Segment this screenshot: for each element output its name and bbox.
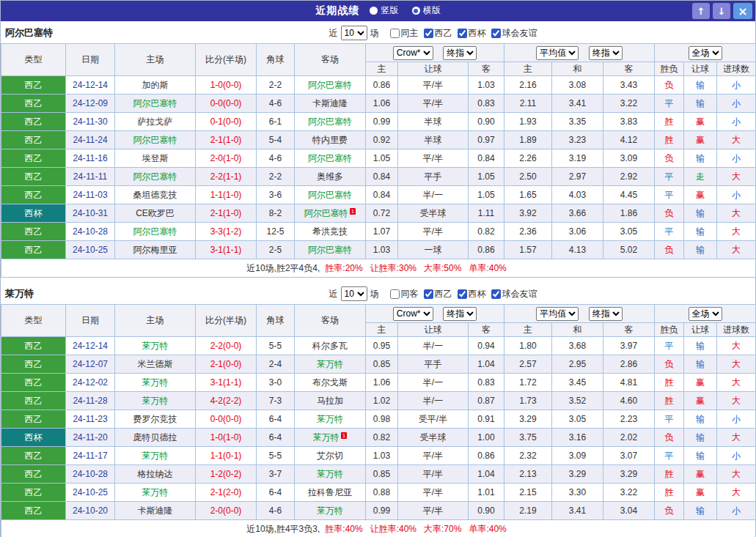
checkbox-input[interactable] [390,29,400,38]
odds-stage-select[interactable]: 终指 [443,307,477,321]
avg-stage-select[interactable]: 终指 [589,46,623,60]
corners-cell: 7-3 [257,392,295,410]
section-header: 莱万特 近 10 场 同客西乙西杯球会友谊 [1,284,755,304]
winloss-result-cell: 胜 [655,484,684,502]
col-type: 类型 [1,305,66,337]
winloss-result-cell: 平 [655,223,684,241]
checkbox-input[interactable] [458,29,467,38]
odds-stage-select[interactable]: 终指 [443,46,477,60]
filter-checkbox[interactable]: 球会友谊 [486,27,537,40]
avg-draw-cell: 3.41 [552,502,603,520]
checkbox-label: 球会友谊 [502,27,537,40]
date-cell: 24-10-31 [66,204,115,223]
summary-rate: 让胜率:30% [370,263,416,273]
team-name-text: 加的斯 [142,80,169,90]
col-corner: 角球 [257,44,295,76]
avg-draw-cell: 3.29 [552,465,603,484]
avg-away-cell: 3.07 [603,447,655,465]
filter-checkbox[interactable]: 西乙 [419,288,452,300]
away-odds-cell: 1.00 [469,429,504,447]
fulltime-select[interactable]: 全场 [689,307,722,321]
match-row: 西乙24-11-28莱万特4-2(2-2)7-3马拉加1.02半/一0.871.… [1,392,756,410]
match-rows: 西乙24-12-14莱万特2-2(0-0)5-5科尔多瓦0.95半/一0.941… [1,337,756,520]
winloss-result-cell: 平 [655,447,684,465]
handicap-cell: 平/半 [398,223,469,241]
handicap-cell: 平手 [398,355,469,374]
filter-checkbox[interactable]: 同主 [385,27,419,40]
filter-checkbox[interactable]: 西杯 [452,27,486,40]
away-odds-cell: 0.90 [469,502,504,520]
home-team-cell: 桑坦德竞技 [115,186,196,204]
checkbox-input[interactable] [424,289,433,299]
move-down-button[interactable]: ↓ [713,3,730,19]
avg-draw-cell: 3.66 [552,204,603,223]
summary-rate: 大率:70% [424,524,461,534]
close-button[interactable]: × [733,3,752,19]
goals-result-cell: 小 [717,447,756,465]
away-odds-cell: 1.05 [469,186,504,204]
move-up-button[interactable]: ↑ [692,3,710,19]
match-row: 西乙24-10-28阿尔巴塞特3-3(1-2)12-5希洪竞技1.07平/半0.… [1,223,756,241]
away-odds-cell: 0.83 [469,374,504,392]
avg-draw-cell: 4.13 [552,241,603,259]
radio-vertical-layout[interactable]: 竖版 [370,4,398,17]
match-count-select[interactable]: 10 [341,26,367,40]
average-select[interactable]: 平均值 [536,46,579,60]
away-odds-cell: 1.03 [469,76,504,95]
bookmaker-select[interactable]: Crow* [393,307,433,321]
goals-result-cell: 大 [717,355,756,374]
home-odds-cell: 0.98 [366,410,398,429]
away-odds-cell: 1.05 [469,168,504,186]
checkbox-input[interactable] [491,289,501,299]
avg-stage-select[interactable]: 终指 [589,307,623,321]
filter-checkbox[interactable]: 西杯 [452,288,486,300]
fulltime-select-cell: 全场 [655,44,756,62]
home-odds-cell: 0.85 [366,465,398,484]
filter-checkbox[interactable]: 同客 [385,288,419,300]
bookmaker-select[interactable]: Crow* [393,46,433,60]
checkbox-input[interactable] [390,289,400,299]
checkbox-input[interactable] [458,289,467,299]
checkbox-input[interactable] [491,29,501,38]
winloss-result-cell: 负 [655,149,684,168]
team-name-text: 萨拉戈萨 [138,116,173,127]
average-select[interactable]: 平均值 [536,307,579,321]
winloss-result-cell: 胜 [655,465,684,484]
filter-checkbox[interactable]: 西乙 [419,27,452,40]
sub-goals: 进球数 [717,323,756,337]
league-cell: 西乙 [1,392,66,410]
match-row: 西杯24-10-31CE欧罗巴2-1(1-0)8-2阿尔巴塞特10.72受半球1… [1,204,756,223]
avg-away-cell: 2.92 [603,168,655,186]
goals-result-cell: 大 [717,131,756,149]
home-odds-cell: 0.95 [366,337,398,355]
checkbox-input[interactable] [424,29,433,38]
away-odds-cell: 1.04 [469,355,504,374]
away-odds-cell: 0.87 [469,392,504,410]
filter-checkbox[interactable]: 球会友谊 [486,288,537,300]
col-score: 比分(半场) [196,305,257,337]
corners-cell: 2-2 [257,76,295,95]
winloss-result-cell: 胜 [655,374,684,392]
home-team-cell: 阿尔巴塞特 [115,95,196,113]
handicap-cell: 半球 [398,131,469,149]
date-cell: 24-11-03 [66,186,115,204]
goals-result-cell: 小 [717,95,756,113]
col-corner: 角球 [257,305,295,337]
radio-horizontal-layout[interactable]: 横版 [412,4,441,17]
near-label: 近 [329,288,338,300]
sub-avg-away: 客 [603,323,655,337]
goals-result-cell: 大 [717,204,756,223]
team-name-text: 莱万特 [317,359,343,369]
radio-vertical-icon [370,7,378,15]
team-name-text: 莱万特 [142,487,169,497]
avg-home-cell: 1.73 [504,392,552,410]
match-row: 西乙24-10-28格拉纳达1-2(0-2)3-7莱万特0.85平/半1.042… [1,465,756,484]
fulltime-select[interactable]: 全场 [689,46,722,60]
match-count-select[interactable]: 10 [341,286,367,301]
date-cell: 24-11-24 [66,131,115,149]
corners-cell: 4-6 [257,95,295,113]
match-filters: 近 10 场 同客西乙西杯球会友谊 [111,286,755,301]
odds-selects-cell: Crow* 终指 [366,44,504,62]
team-name-text: 埃登斯 [142,153,169,163]
score-cell: 2-0(1-0) [196,149,257,168]
